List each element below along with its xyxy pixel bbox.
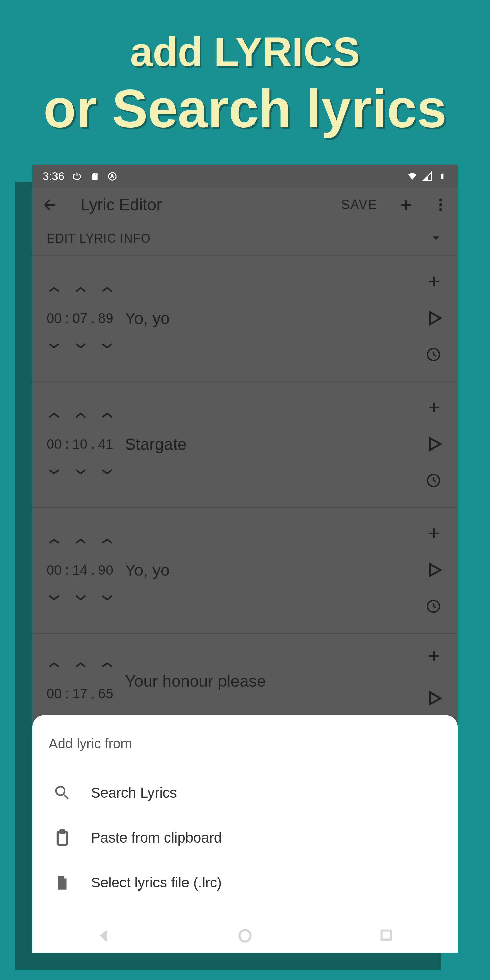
caret-up-icon[interactable] — [75, 411, 87, 420]
caret-down-icon[interactable] — [75, 468, 87, 477]
clock-icon[interactable] — [426, 473, 443, 490]
app-bar-title: Lyric Editor — [81, 195, 331, 214]
back-button[interactable] — [41, 197, 57, 213]
lyric-row: 00: 10. 41 Stargate — [32, 382, 458, 508]
time-cs: 65 — [98, 686, 113, 701]
caret-down-icon[interactable] — [75, 594, 87, 603]
timestamp[interactable]: 00: 14. 90 — [47, 563, 113, 578]
no-sim-icon — [107, 171, 118, 181]
nav-back-icon[interactable] — [95, 927, 111, 944]
svg-point-4 — [439, 208, 442, 211]
clipboard-icon — [53, 828, 72, 847]
nav-recents-icon[interactable] — [379, 927, 395, 944]
add-lyric-sheet: Add lyric from Search Lyrics Paste from … — [32, 715, 458, 953]
add-button[interactable] — [398, 197, 414, 213]
search-lyrics-item[interactable]: Search Lyrics — [49, 770, 441, 815]
status-bar: 3:36 — [32, 165, 458, 188]
lyric-text[interactable]: Yo, yo — [125, 561, 170, 579]
time-ss: 10 — [73, 437, 88, 452]
nav-bar — [32, 919, 458, 953]
time-mm: 00 — [47, 437, 62, 452]
play-button[interactable] — [426, 435, 443, 454]
svg-point-1 — [111, 174, 113, 176]
play-button[interactable] — [426, 689, 443, 708]
section-header-label: EDIT LYRIC INFO — [47, 231, 151, 246]
sheet-item-label: Select lyrics file (.lrc) — [91, 875, 222, 891]
time-ss: 07 — [73, 311, 88, 326]
sheet-item-label: Search Lyrics — [91, 785, 177, 801]
caret-up-icon[interactable] — [101, 411, 113, 420]
svg-rect-11 — [382, 931, 391, 940]
add-line-button[interactable] — [426, 273, 443, 291]
phone-frame: 3:36 — [32, 165, 458, 953]
caret-up-icon[interactable] — [101, 537, 113, 546]
add-line-button[interactable] — [426, 525, 443, 543]
caret-up-icon[interactable] — [48, 537, 60, 546]
nav-home-icon[interactable] — [237, 927, 253, 944]
caret-up-icon[interactable] — [48, 411, 60, 420]
status-time: 3:36 — [43, 170, 64, 183]
caret-up-icon[interactable] — [101, 285, 113, 294]
time-ss: 14 — [73, 563, 88, 578]
time-mm: 00 — [47, 686, 62, 701]
svg-point-10 — [239, 930, 250, 941]
caret-down-icon[interactable] — [101, 594, 113, 603]
timestamp[interactable]: 00: 07. 89 — [47, 311, 113, 326]
more-button[interactable] — [433, 197, 449, 213]
caret-up-icon[interactable] — [48, 285, 60, 294]
clock-icon[interactable] — [426, 347, 443, 364]
caret-up-icon[interactable] — [75, 537, 87, 546]
signal-icon — [422, 171, 433, 181]
caret-down-icon[interactable] — [48, 468, 60, 477]
time-mm: 00 — [47, 563, 62, 578]
file-icon — [53, 873, 72, 892]
lyric-row: 00: 17. 65 Your honour please — [32, 633, 458, 729]
play-button[interactable] — [426, 309, 443, 328]
caret-up-icon[interactable] — [48, 661, 60, 670]
caret-up-icon[interactable] — [75, 285, 87, 294]
lyric-text[interactable]: Your honour please — [125, 672, 266, 690]
sd-card-icon — [89, 171, 100, 181]
search-icon — [53, 783, 72, 802]
time-cs: 90 — [98, 563, 113, 578]
promo-line1: add LYRICS — [43, 27, 447, 76]
lyric-text[interactable]: Yo, yo — [125, 309, 170, 328]
sheet-item-label: Paste from clipboard — [91, 830, 222, 846]
battery-icon — [437, 171, 447, 181]
save-button[interactable]: SAVE — [341, 197, 377, 212]
time-cs: 89 — [98, 311, 113, 326]
edit-lyric-info-header[interactable]: EDIT LYRIC INFO — [32, 222, 458, 256]
time-ss: 17 — [73, 686, 88, 701]
add-line-button[interactable] — [426, 399, 443, 417]
wifi-icon — [407, 171, 417, 181]
paste-clipboard-item[interactable]: Paste from clipboard — [49, 815, 441, 860]
caret-down-icon[interactable] — [48, 342, 60, 351]
sheet-title: Add lyric from — [49, 736, 441, 751]
play-button[interactable] — [426, 561, 443, 580]
caret-up-icon[interactable] — [75, 661, 87, 670]
caret-down-icon[interactable] — [101, 342, 113, 351]
svg-point-3 — [439, 203, 442, 206]
promo-line2: or Search lyrics — [43, 76, 447, 141]
promo-title: add LYRICS or Search lyrics — [43, 27, 447, 141]
chevron-down-icon — [428, 231, 443, 247]
clock-icon[interactable] — [426, 598, 443, 616]
lyric-row: 00: 07. 89 Yo, yo — [32, 256, 458, 382]
timestamp[interactable]: 00: 10. 41 — [47, 437, 113, 452]
caret-up-icon[interactable] — [101, 661, 113, 670]
lyric-row: 00: 14. 90 Yo, yo — [32, 508, 458, 633]
add-line-button[interactable] — [426, 648, 443, 666]
svg-rect-9 — [60, 830, 65, 833]
svg-point-2 — [439, 198, 442, 202]
caret-down-icon[interactable] — [75, 342, 87, 351]
select-file-item[interactable]: Select lyrics file (.lrc) — [49, 860, 441, 905]
caret-down-icon[interactable] — [101, 468, 113, 477]
time-mm: 00 — [47, 311, 62, 326]
power-icon — [72, 171, 82, 181]
timestamp[interactable]: 00: 17. 65 — [47, 686, 113, 701]
app-bar: Lyric Editor SAVE — [32, 188, 458, 222]
caret-down-icon[interactable] — [48, 594, 60, 603]
time-cs: 41 — [98, 437, 113, 452]
lyric-text[interactable]: Stargate — [125, 435, 186, 453]
